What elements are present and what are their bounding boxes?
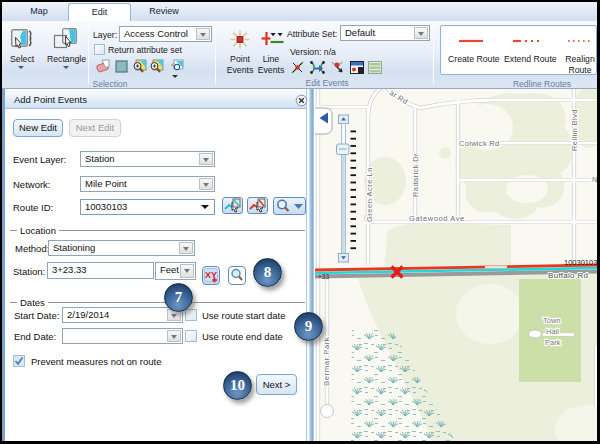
svg-text:Rellim Blvd: Rellim Blvd xyxy=(570,109,579,151)
svg-text:+33: +33 xyxy=(318,273,329,280)
svg-text:Colwick Rd: Colwick Rd xyxy=(459,139,500,148)
svg-text:Gatewood Ave.: Gatewood Ave. xyxy=(409,214,468,223)
svg-text:Park: Park xyxy=(545,338,561,347)
svg-text:Radarick Dr: Radarick Dr xyxy=(411,153,420,197)
svg-text:Bermar Park: Bermar Park xyxy=(322,337,331,386)
svg-text:N: N xyxy=(592,175,597,184)
svg-text:Hall: Hall xyxy=(546,327,559,336)
svg-text:10030103: 10030103 xyxy=(564,258,597,267)
svg-text:Green Acre Ln: Green Acre Ln xyxy=(365,167,374,222)
svg-text:Town: Town xyxy=(543,316,561,325)
svg-text:Buffalo Rd: Buffalo Rd xyxy=(548,271,588,280)
